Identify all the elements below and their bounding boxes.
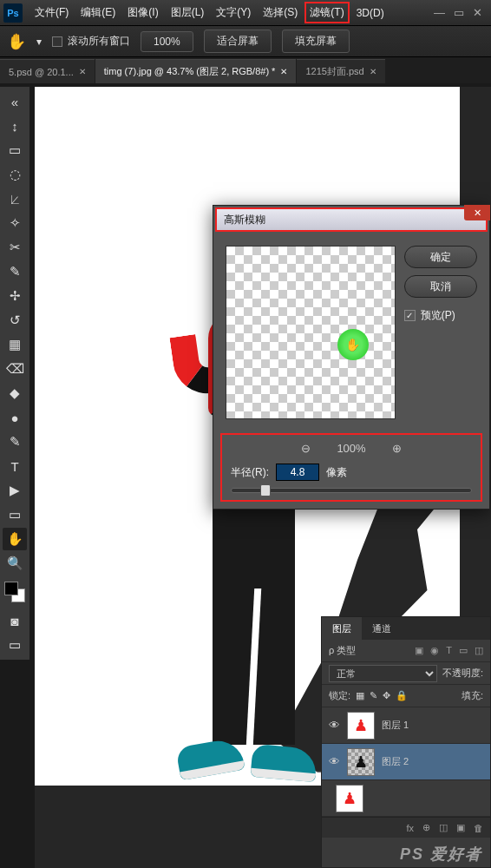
quick-mask-icon[interactable]: ◙ xyxy=(3,609,27,632)
layer-name[interactable]: 图层 1 xyxy=(382,719,409,732)
minimize-button[interactable]: — xyxy=(434,6,445,19)
shape-tool[interactable]: ▭ xyxy=(3,503,27,526)
visibility-icon[interactable]: 👁 xyxy=(329,719,340,732)
lock-all-icon[interactable]: 🔒 xyxy=(396,690,408,701)
filter-type-icon[interactable]: T xyxy=(446,645,452,656)
adjustment-icon[interactable]: ◫ xyxy=(439,822,448,833)
radius-slider[interactable] xyxy=(231,488,472,493)
eyedropper-tool[interactable]: ✂ xyxy=(3,236,27,259)
filter-icons[interactable]: ▣ ◉ T ▭ ◫ xyxy=(415,645,483,656)
type-tool[interactable]: T xyxy=(3,455,27,477)
visibility-icon[interactable]: 👁 xyxy=(329,755,340,768)
trash-icon[interactable]: 🗑 xyxy=(474,823,483,833)
window-controls: — ▭ ✕ xyxy=(434,6,488,19)
preview-content: ✋ xyxy=(337,329,369,360)
divider: ▾ xyxy=(36,36,42,48)
blend-mode-select[interactable]: 正常 xyxy=(329,665,437,682)
radius-input[interactable] xyxy=(276,464,319,481)
gaussian-blur-dialog: ✕ 高斯模糊 ✋ 确定 取消 ✓ 预览(P) ⊖ 100% ⊕ 半径(R): 像… xyxy=(213,205,490,510)
hand-tool[interactable]: ✋ xyxy=(3,528,27,550)
brush-tool[interactable]: ✢ xyxy=(3,285,27,307)
scroll-all-checkbox[interactable]: 滚动所有窗口 xyxy=(52,34,130,49)
menu-layer[interactable]: 图层(L) xyxy=(166,2,210,23)
layer-row[interactable]: 👁 ♟ 图层 2 xyxy=(322,744,490,780)
preview-label: 预览(P) xyxy=(421,308,455,323)
path-select-tool[interactable]: ▶ xyxy=(3,479,27,502)
ok-button[interactable]: 确定 xyxy=(404,246,477,268)
slider-thumb[interactable] xyxy=(260,484,271,496)
fit-screen-button[interactable]: 适合屏幕 xyxy=(204,30,272,53)
eraser-tool[interactable]: ⌫ xyxy=(3,358,27,380)
menu-bar: Ps 文件(F) 编辑(E) 图像(I) 图层(L) 文字(Y) 选择(S) 滤… xyxy=(0,0,491,26)
close-icon[interactable]: ✕ xyxy=(79,67,86,76)
zoom-percent: 100% xyxy=(337,442,365,455)
crop-tool[interactable]: ✧ xyxy=(3,212,27,234)
menu-3d[interactable]: 3D(D) xyxy=(351,3,390,23)
checkbox-icon xyxy=(52,36,62,47)
layer-row[interactable]: 👁 ♟ 图层 1 xyxy=(322,707,490,744)
maximize-button[interactable]: ▭ xyxy=(454,6,464,19)
menu-select[interactable]: 选择(S) xyxy=(258,2,303,23)
stamp-tool[interactable]: ↺ xyxy=(3,309,27,332)
close-icon[interactable]: ✕ xyxy=(280,67,287,76)
lock-trans-icon[interactable]: ▦ xyxy=(356,690,364,701)
filter-smart-icon[interactable]: ◫ xyxy=(475,645,483,656)
new-layer-icon[interactable]: ▣ xyxy=(456,822,465,833)
zoom-out-button[interactable]: ⊖ xyxy=(301,442,311,455)
layer-thumbnail[interactable]: ♟ xyxy=(336,785,363,812)
app-logo: Ps xyxy=(3,3,23,23)
layers-panel: 图层 通道 ρ 类型 ▣ ◉ T ▭ ◫ 正常 不透明度: 锁定: ▦ ✎ ✥ … xyxy=(321,616,491,868)
tab-label: 1215封面.psd xyxy=(305,65,363,78)
dialog-controls: ⊖ 100% ⊕ 半径(R): 像素 xyxy=(220,433,482,502)
opacity-label: 不透明度: xyxy=(442,667,483,680)
layer-thumbnail[interactable]: ♟ xyxy=(347,748,375,776)
fill-screen-button[interactable]: 填充屏幕 xyxy=(282,30,350,53)
filter-shape-icon[interactable]: ▭ xyxy=(459,645,468,656)
screen-mode-icon[interactable]: ▭ xyxy=(3,634,27,656)
gradient-tool[interactable]: ◆ xyxy=(3,382,27,404)
pen-tool[interactable]: ✎ xyxy=(3,431,27,453)
lock-pos-icon[interactable]: ✥ xyxy=(383,690,390,701)
menu-file[interactable]: 文件(F) xyxy=(29,2,74,23)
layer-name[interactable]: 图层 2 xyxy=(382,755,409,768)
zoom-tool[interactable]: 🔍 xyxy=(3,552,27,575)
filter-pixel-icon[interactable]: ▣ xyxy=(415,645,423,656)
dialog-title: 高斯模糊 xyxy=(224,213,479,227)
filter-adjust-icon[interactable]: ◉ xyxy=(430,645,439,656)
color-swatches[interactable] xyxy=(4,582,25,602)
tab-doc-2[interactable]: timg (7).jpg @ 43.7% (图层 2, RGB/8#) *✕ xyxy=(95,59,297,83)
fill-label: 填充: xyxy=(462,689,483,702)
preview-checkbox[interactable]: ✓ 预览(P) xyxy=(404,308,477,323)
preview-area[interactable]: ✋ xyxy=(226,246,396,419)
lock-pixel-icon[interactable]: ✎ xyxy=(370,690,377,701)
radius-label: 半径(R): xyxy=(231,465,269,480)
zoom-in-button[interactable]: ⊕ xyxy=(392,442,402,455)
quick-select-tool[interactable]: ⟀ xyxy=(3,187,27,210)
fx-icon[interactable]: fx xyxy=(406,823,414,833)
tab-layers[interactable]: 图层 xyxy=(322,617,362,640)
lasso-tool[interactable]: ◌ xyxy=(3,163,27,186)
layer-row[interactable]: ♟ xyxy=(322,780,490,817)
move-tool[interactable]: ↕ xyxy=(3,115,27,137)
menu-type[interactable]: 文字(Y) xyxy=(211,2,256,23)
marquee-tool[interactable]: ▭ xyxy=(3,139,27,161)
fg-color-swatch[interactable] xyxy=(4,582,18,595)
mask-icon[interactable]: ⊕ xyxy=(422,822,430,833)
history-brush-tool[interactable]: ▦ xyxy=(3,333,27,356)
tab-doc-3[interactable]: 1215封面.psd✕ xyxy=(297,59,384,83)
menu-image[interactable]: 图像(I) xyxy=(122,2,163,23)
healing-tool[interactable]: ✎ xyxy=(3,260,27,283)
tab-channels[interactable]: 通道 xyxy=(362,617,402,640)
tab-doc-1[interactable]: 5.psd @ 20.1...✕ xyxy=(0,59,95,83)
dialog-titlebar[interactable]: 高斯模糊 xyxy=(215,207,488,232)
zoom-percent-button[interactable]: 100% xyxy=(141,31,193,52)
dialog-close-button[interactable]: ✕ xyxy=(464,205,490,220)
close-icon[interactable]: ✕ xyxy=(370,67,376,76)
cancel-button[interactable]: 取消 xyxy=(404,275,477,298)
layer-thumbnail[interactable]: ♟ xyxy=(347,712,375,740)
collapse-icon[interactable]: « xyxy=(3,90,27,113)
menu-edit[interactable]: 编辑(E) xyxy=(75,2,121,23)
blur-tool[interactable]: ● xyxy=(3,406,27,429)
menu-filter[interactable]: 滤镜(T) xyxy=(304,2,349,23)
close-button[interactable]: ✕ xyxy=(473,6,482,19)
